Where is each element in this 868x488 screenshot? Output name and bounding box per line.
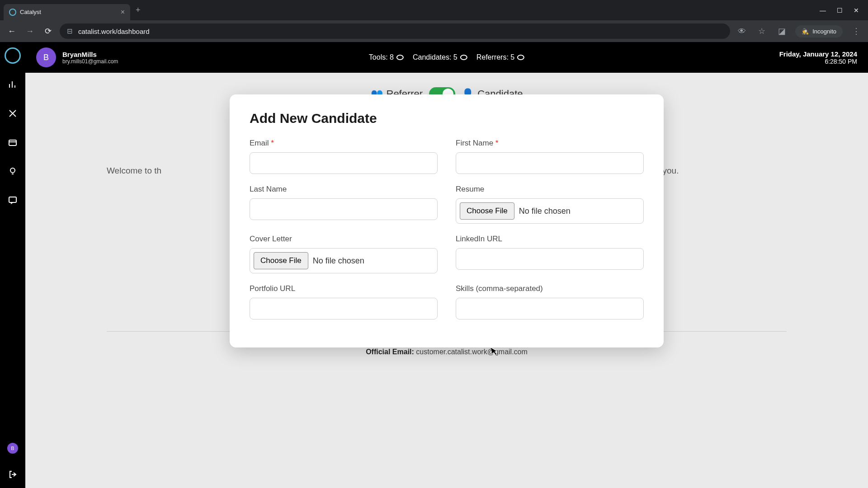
- incognito-badge[interactable]: 🕵 Incognito: [795, 25, 843, 38]
- tools-icon[interactable]: [5, 105, 21, 122]
- resume-file-input[interactable]: Choose File No file chosen: [456, 198, 644, 224]
- sidebar-avatar[interactable]: B: [7, 443, 18, 454]
- resume-choose-button[interactable]: Choose File: [460, 202, 514, 220]
- modal-title: Add New Candidate: [250, 111, 644, 126]
- back-icon[interactable]: ←: [5, 27, 18, 36]
- dashboard-icon[interactable]: [5, 76, 21, 93]
- url-text: catalist.work/dashboard: [78, 28, 150, 35]
- stat-referrers: Referrers: 5: [476, 53, 524, 61]
- header-date: Friday, January 12, 2024: [779, 50, 857, 58]
- sidebar: B: [0, 42, 25, 488]
- header-time: 6:28:50 PM: [779, 58, 857, 65]
- stat-tools: Tools: 8: [369, 53, 404, 61]
- firstname-input[interactable]: [456, 152, 644, 174]
- app-header: B BryanMills bry.mills01@gmail.com Tools…: [25, 42, 868, 73]
- site-favicon-icon: [9, 9, 16, 16]
- email-input[interactable]: [250, 152, 438, 174]
- resume-field-group: Resume Choose File No file chosen: [456, 185, 644, 224]
- coverletter-file-input[interactable]: Choose File No file chosen: [250, 248, 438, 273]
- incognito-icon: 🕵: [802, 28, 809, 35]
- wallet-icon[interactable]: [5, 134, 21, 150]
- user-email: bry.mills01@gmail.com: [62, 58, 118, 65]
- main-content: B BryanMills bry.mills01@gmail.com Tools…: [25, 42, 868, 488]
- logout-icon[interactable]: [5, 466, 21, 483]
- window-controls: — ☐ ✕: [820, 7, 864, 14]
- footer-label: Official Email:: [366, 348, 414, 356]
- svg-point-1: [10, 168, 15, 173]
- address-bar: ← → ⟳ ⊟ catalist.work/dashboard 👁 ☆ ◪ 🕵 …: [0, 20, 868, 42]
- chat-icon[interactable]: [5, 192, 21, 208]
- email-field-group: Email *: [250, 139, 438, 174]
- site-settings-icon[interactable]: ⊟: [67, 27, 73, 35]
- coverletter-file-status: No file chosen: [313, 256, 364, 266]
- add-candidate-modal: Add New Candidate Email *: [230, 94, 664, 347]
- email-label: Email *: [250, 139, 438, 148]
- portfolio-field-group: Portfolio URL: [250, 284, 438, 319]
- close-window-icon[interactable]: ✕: [854, 7, 859, 14]
- svg-rect-0: [9, 140, 16, 145]
- coverletter-field-group: Cover Letter Choose File No file chosen: [250, 235, 438, 273]
- coin-icon: [460, 55, 467, 60]
- lightbulb-icon[interactable]: [5, 163, 21, 179]
- coverletter-label: Cover Letter: [250, 235, 438, 244]
- browser-tab[interactable]: Catalyst ×: [4, 4, 130, 20]
- firstname-field-group: First Name *: [456, 139, 644, 174]
- header-stats: Tools: 8 Candidates: 5 Referrers: 5: [369, 53, 524, 61]
- app-logo-icon[interactable]: [5, 47, 21, 64]
- linkedin-field-group: LinkedIn URL: [456, 235, 644, 273]
- lastname-field-group: Last Name: [250, 185, 438, 224]
- firstname-label: First Name *: [456, 139, 644, 148]
- new-tab-button[interactable]: +: [136, 5, 141, 15]
- side-panel-icon[interactable]: ◪: [775, 26, 788, 36]
- resume-file-status: No file chosen: [519, 206, 571, 216]
- modal-overlay: Add New Candidate Email *: [25, 73, 868, 488]
- user-name: BryanMills: [62, 51, 118, 58]
- bookmark-icon[interactable]: ☆: [755, 26, 768, 36]
- user-avatar: B: [36, 47, 56, 67]
- svg-rect-2: [9, 197, 16, 202]
- skills-field-group: Skills (comma-separated): [456, 284, 644, 319]
- skills-label: Skills (comma-separated): [456, 284, 644, 293]
- coverletter-choose-button[interactable]: Choose File: [254, 252, 308, 269]
- user-block[interactable]: B BryanMills bry.mills01@gmail.com: [36, 47, 118, 67]
- lastname-input[interactable]: [250, 198, 438, 220]
- coin-icon: [517, 55, 524, 60]
- portfolio-label: Portfolio URL: [250, 284, 438, 293]
- eye-off-icon[interactable]: 👁: [736, 27, 748, 36]
- page-content: 👥 Referrer 👤 Candidate Welcome to th xxx…: [25, 73, 868, 488]
- incognito-label: Incognito: [812, 28, 836, 35]
- minimize-icon[interactable]: —: [820, 7, 826, 14]
- linkedin-label: LinkedIn URL: [456, 235, 644, 244]
- skills-input[interactable]: [456, 298, 644, 319]
- linkedin-input[interactable]: [456, 248, 644, 270]
- maximize-icon[interactable]: ☐: [837, 7, 843, 14]
- lastname-label: Last Name: [250, 185, 438, 194]
- app-container: B B BryanMills bry.mills01@gmail.com Too…: [0, 42, 868, 488]
- footer-email: customer.catalist.work@gmail.com: [416, 348, 528, 356]
- resume-label: Resume: [456, 185, 644, 194]
- browser-tab-bar: Catalyst × + — ☐ ✕: [0, 0, 868, 20]
- datetime: Friday, January 12, 2024 6:28:50 PM: [779, 50, 857, 65]
- reload-icon[interactable]: ⟳: [42, 26, 54, 36]
- portfolio-input[interactable]: [250, 298, 438, 319]
- close-tab-icon[interactable]: ×: [121, 8, 125, 16]
- coin-icon: [396, 55, 404, 60]
- menu-icon[interactable]: ⋮: [850, 26, 863, 36]
- url-input[interactable]: ⊟ catalist.work/dashboard: [60, 23, 730, 39]
- tab-title: Catalyst: [20, 9, 117, 15]
- forward-icon[interactable]: →: [24, 27, 36, 36]
- stat-candidates: Candidates: 5: [413, 53, 467, 61]
